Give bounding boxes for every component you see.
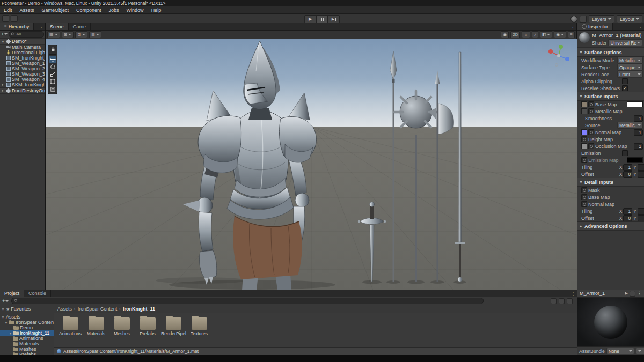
scale-tool-button[interactable] [49,71,56,78]
scene-effects-button[interactable]: ◧ [540,31,553,38]
occlusion-map-thumbnail[interactable] [581,143,587,149]
panel-more-icon[interactable]: ⋮ [638,25,642,30]
foldout-icon[interactable]: ▸ [1,88,5,93]
hierarchy-item-main-camera[interactable]: Main Camera [0,45,45,50]
favorites-header[interactable]: ▼ ★ Favorites [0,306,54,312]
scene-menu-button[interactable]: ≡ [568,31,575,38]
texture-picker-icon[interactable] [581,194,587,200]
folder-item-prefabs[interactable]: Prefabs [136,317,159,336]
panel-more-icon[interactable]: ⋮ [39,25,43,30]
section-surface-inputs[interactable]: ▼ Surface Inputs [577,92,644,101]
smoothness-source-dropdown[interactable]: Metallic Alpha [617,122,643,129]
hierarchy-item-sm-weapon-3[interactable]: SM_Weapon_3 [0,71,45,77]
foldout-icon[interactable]: ▼ [1,40,5,43]
hierarchy-search-input[interactable]: All [9,31,44,38]
offset-x-field[interactable]: 0 [623,171,632,178]
foldout-icon[interactable]: ▸ [1,83,5,87]
surface-type-dropdown[interactable]: Opaque [617,64,643,71]
account-icon[interactable] [570,16,577,23]
tiling-y-field[interactable] [638,164,644,171]
base-map-thumbnail[interactable] [581,101,587,107]
texture-picker-icon[interactable] [581,157,587,163]
preview-more-icon[interactable]: ⋮ [637,291,642,296]
gizmos-dropdown[interactable]: ◉ [554,31,566,38]
tab-hierarchy[interactable]: ≡ Hierarchy [0,23,34,30]
menu-component[interactable]: Component [72,6,105,13]
hierarchy-dontdestroy-header[interactable]: ▸ DontDestroyOnLoad [0,87,45,94]
hierarchy-item-skm-ironknight[interactable]: ▸ SKM_IronKnight [0,82,45,87]
tool-handle-pivot-button[interactable]: ⊡ [75,31,87,38]
texture-picker-icon[interactable] [588,129,594,135]
tree-item-meshes[interactable]: Meshes [0,346,54,352]
menu-assets[interactable]: Assets [16,6,38,13]
hierarchy-item-sm-weapon-1[interactable]: SM_Weapon_1 [0,61,45,66]
texture-picker-icon[interactable] [588,101,594,107]
pause-button[interactable] [316,15,328,23]
add-object-button[interactable]: + [1,32,8,37]
smoothness-field[interactable]: 1 [634,115,643,122]
tree-item-animations[interactable]: Animations [0,336,54,341]
scene-viewport[interactable] [46,39,577,290]
tab-console[interactable]: Console [24,290,51,297]
search-by-label-icon[interactable] [559,298,565,304]
breadcrumb-assets[interactable]: Assets [57,306,72,312]
hierarchy-item-sm-weapon-2[interactable]: SM_Weapon_2 [0,66,45,71]
render-face-dropdown[interactable]: Front [617,71,643,78]
metallic-map-thumbnail[interactable] [581,108,587,114]
snap-settings-button[interactable]: ⊞ [62,31,74,38]
menu-jobs[interactable]: Jobs [105,6,123,13]
rect-tool-button[interactable] [49,78,56,85]
preview-lighting-icon[interactable] [630,291,635,297]
transform-tool-button[interactable] [49,86,56,93]
tab-project[interactable]: Project [0,290,24,297]
search-by-type-icon[interactable] [551,298,557,304]
workflow-mode-dropdown[interactable]: Metallic [617,57,643,64]
texture-picker-icon[interactable] [581,201,587,207]
panel-more-icon[interactable]: ⋮ [571,292,575,297]
texture-picker-icon[interactable] [588,143,594,149]
scene-lighting-button[interactable]: ☼ [522,31,530,38]
hierarchy-item-sm-ironknight[interactable]: SM_IronKnight_ [0,55,45,61]
folder-item-animations[interactable]: Animations [58,317,82,336]
play-button[interactable]: ▶ [304,15,316,23]
texture-picker-icon[interactable] [581,187,587,193]
detail-tiling-x-field[interactable]: 1 [623,208,632,215]
version-control-icon[interactable] [2,15,9,22]
detail-tiling-y-field[interactable] [638,208,644,215]
scene-audio-button[interactable]: ♪ [532,31,538,38]
hierarchy-item-sm-weapon-4[interactable]: SM_Weapon_4 [0,77,45,82]
scene-camera-button[interactable]: ◉ [501,31,509,38]
breadcrumb-ironspear-content[interactable]: IronSpear Content [78,306,118,312]
project-search-input[interactable] [11,298,484,304]
orientation-gizmo[interactable] [546,42,572,68]
grid-visibility-button[interactable]: ▦ [47,31,60,38]
menu-edit[interactable]: Edit [0,6,16,13]
2d-toggle-button[interactable]: 2D [510,31,520,38]
detail-offset-x-field[interactable]: 0 [623,215,632,221]
section-detail-inputs[interactable]: ▼ Detail Inputs [577,178,644,187]
emission-color-swatch[interactable] [627,157,643,163]
step-button[interactable]: ▶ [328,15,340,23]
occlusion-strength-field[interactable]: 1 [634,143,643,150]
shader-dropdown[interactable]: Universal Re [608,39,642,46]
move-tool-button[interactable] [49,56,56,63]
rotate-tool-button[interactable] [49,63,56,70]
view-tool-button[interactable] [49,46,56,53]
material-preview-viewport[interactable] [577,298,644,346]
folder-item-renderpipelines[interactable]: RenderPipel... [162,317,185,336]
assetbundle-dropdown[interactable]: None [606,348,634,354]
menu-window[interactable]: Window [123,6,148,13]
layers-dropdown[interactable]: Layers [589,15,614,23]
texture-picker-icon[interactable] [588,108,594,114]
tree-item-assets[interactable]: ▼ Assets [0,314,54,320]
tree-item-ironspear-content[interactable]: ▼ IronSpear Content [0,320,54,325]
services-icon[interactable] [11,15,18,22]
folder-item-materials[interactable]: Materials [84,317,108,336]
base-color-swatch[interactable] [627,101,643,107]
panel-more-icon[interactable]: ⋮ [570,25,575,30]
assetbundle-variant-dropdown[interactable] [636,348,644,354]
hierarchy-scene-header[interactable]: ▼ Demo* [0,38,45,45]
alpha-clipping-checkbox[interactable] [622,78,628,84]
folder-item-textures[interactable]: Textures [187,317,211,336]
preview-play-icon[interactable]: ▶ [625,291,628,295]
